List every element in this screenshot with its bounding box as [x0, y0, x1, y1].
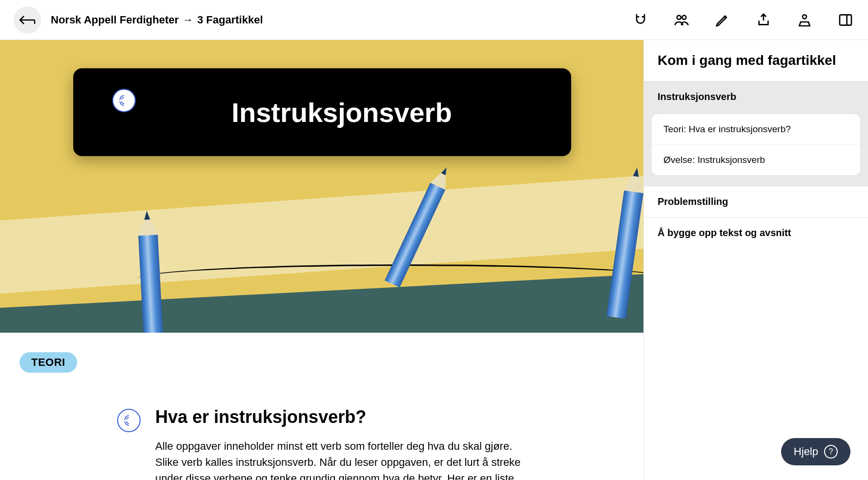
sidebar-section-header[interactable]: Å bygge opp tekst og avsnitt — [644, 218, 868, 248]
help-question-icon: ? — [824, 445, 838, 459]
svg-point-1 — [682, 15, 686, 19]
article: Hva er instruksjonsverb? Alle oppgaver i… — [20, 407, 532, 480]
content-area: TEORI Hva er instruksjonsverb? Alle oppg… — [0, 333, 643, 480]
back-button[interactable] — [14, 6, 41, 34]
topbar-left: Norsk Appell Ferdigheter → 3 Fagartikkel — [14, 6, 263, 34]
audio-icon[interactable] — [117, 409, 141, 432]
article-paragraph: Alle oppgaver inneholder minst ett verb … — [155, 438, 532, 480]
svg-point-0 — [677, 15, 681, 19]
topbar: Norsk Appell Ferdigheter → 3 Fagartikkel — [0, 0, 868, 40]
breadcrumb: Norsk Appell Ferdigheter → 3 Fagartikkel — [51, 14, 263, 26]
back-arrow-icon — [19, 14, 36, 26]
hero-banner: Instruksjonsverb — [0, 40, 643, 333]
hero-title: Instruksjonsverb — [112, 97, 571, 128]
article-heading: Hva er instruksjonsverb? — [155, 407, 532, 427]
sidebar-subitems: Teori: Hva er instruksjonsverb? Øvelse: … — [652, 114, 860, 175]
sidebar: Kom i gang med fagartikkel Instruksjonsv… — [643, 40, 868, 480]
main-content[interactable]: Instruksjonsverb TEORI Hva er instruksjo… — [0, 40, 643, 480]
sidebar-section-header[interactable]: Instruksjonsverb — [644, 81, 868, 112]
sidebar-item-ovelse[interactable]: Øvelse: Instruksjonsverb — [652, 145, 860, 175]
help-label: Hjelp — [794, 445, 818, 458]
people-icon[interactable] — [673, 11, 690, 29]
topbar-right — [632, 11, 854, 29]
article-body: Hva er instruksjonsverb? Alle oppgaver i… — [155, 407, 532, 480]
hero-title-card: Instruksjonsverb — [73, 68, 571, 156]
pencil-icon[interactable] — [714, 11, 731, 29]
sidebar-title: Kom i gang med fagartikkel — [644, 40, 868, 81]
layout: Instruksjonsverb TEORI Hva er instruksjo… — [0, 40, 868, 480]
sidebar-section-bygge-tekst: Å bygge opp tekst og avsnitt — [644, 217, 868, 248]
help-button[interactable]: Hjelp ? — [781, 438, 850, 465]
breadcrumb-parent[interactable]: Norsk Appell Ferdigheter — [51, 14, 179, 26]
panel-toggle-icon[interactable] — [837, 11, 854, 29]
user-box-icon[interactable] — [796, 11, 813, 29]
magnet-icon[interactable] — [632, 11, 649, 29]
svg-point-2 — [803, 15, 806, 19]
sidebar-item-teori[interactable]: Teori: Hva er instruksjonsverb? — [652, 114, 860, 145]
sidebar-section-header[interactable]: Problemstilling — [644, 186, 868, 217]
sidebar-section-problemstilling: Problemstilling — [644, 186, 868, 217]
sidebar-section-instruksjonsverb: Instruksjonsverb Teori: Hva er instruksj… — [644, 81, 868, 186]
svg-rect-3 — [840, 15, 851, 25]
breadcrumb-arrow: → — [183, 14, 193, 26]
theory-pill: TEORI — [20, 352, 77, 373]
breadcrumb-current: 3 Fagartikkel — [197, 14, 263, 26]
audio-icon[interactable] — [112, 89, 136, 112]
share-icon[interactable] — [755, 11, 772, 29]
